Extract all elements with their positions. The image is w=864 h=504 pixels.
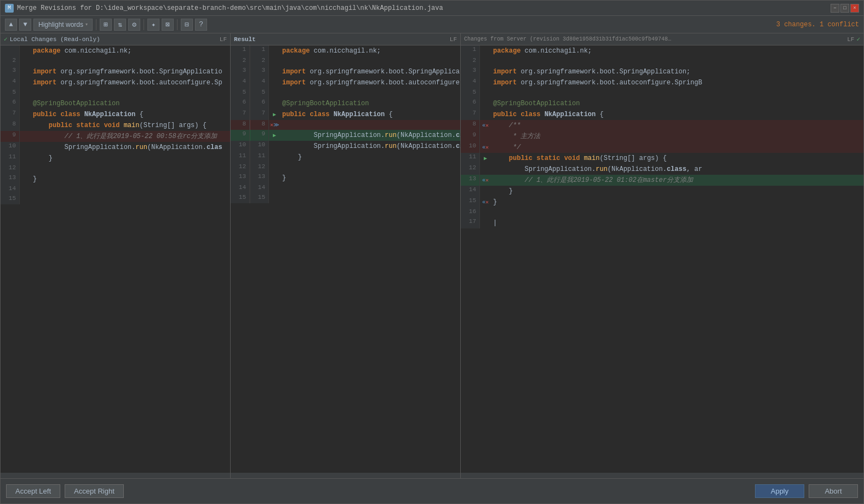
reject-green-icon[interactable]: ✕ <box>485 177 489 184</box>
abort-button[interactable]: Abort <box>809 484 858 498</box>
line-number: 11 <box>461 153 480 164</box>
prev-change-button[interactable]: ▲ <box>5 19 17 31</box>
left-line-12: 12 <box>1 164 230 174</box>
line-number: 8 <box>461 120 480 131</box>
reject-end-icon[interactable]: ✕ <box>485 199 489 205</box>
resolve-simple-button[interactable]: ⊠ <box>162 19 174 31</box>
line-gutter <box>20 174 31 185</box>
line-content <box>280 120 460 130</box>
line-number-right: 11 <box>250 152 269 163</box>
center-code-area[interactable]: 1 1 package com.nicchagil.nk; 2 2 3 3 im… <box>231 45 460 473</box>
line-number: 4 <box>461 77 480 88</box>
line-number: 10 <box>1 142 20 153</box>
maximize-button[interactable]: □ <box>840 4 849 13</box>
accept-left-arrow[interactable]: ▶ <box>273 111 276 118</box>
line-gutter <box>20 56 31 66</box>
accept-left-button[interactable]: Accept Left <box>6 484 60 498</box>
left-panel-header: ✓ Local Changes (Read-only) LF <box>1 33 230 45</box>
right-horizontal-scrollbar[interactable] <box>461 473 863 478</box>
line-content: } <box>31 174 230 185</box>
line-content: // 1、此行是我2019-05-22 01:02在master分支添加 <box>491 175 863 186</box>
right-panel-header: Changes from Server (revision 3d80e1958d… <box>461 33 863 45</box>
dropdown-arrow-icon: ▾ <box>85 22 88 27</box>
line-number-right: 14 <box>250 184 269 193</box>
line-number: 13 <box>231 173 250 184</box>
reject-right-icon[interactable]: ✕ <box>485 122 489 129</box>
line-content: package com.nicchagil.nk; <box>31 45 230 56</box>
line-number: 10 <box>461 142 480 153</box>
right-line-2: 2 <box>461 56 863 66</box>
line-number-right: 6 <box>250 98 269 109</box>
line-number: 5 <box>231 88 250 98</box>
help-button[interactable]: ? <box>195 19 207 31</box>
line-gutter <box>20 77 31 88</box>
line-content: import org.springframework.boot.SpringAp… <box>31 66 230 77</box>
line-gutter <box>269 193 280 203</box>
right-code-area[interactable]: 1 package com.nicchagil.nk; 2 3 import o… <box>461 45 863 473</box>
highlight-words-button[interactable]: Highlight words ▾ <box>33 19 93 31</box>
line-number <box>1 45 20 56</box>
right-line-9: 9 * 主方法 <box>461 131 863 142</box>
line-number: 6 <box>1 98 20 109</box>
line-number: 9 <box>461 131 480 142</box>
line-number: 5 <box>461 88 480 98</box>
line-content: * 主方法 <box>491 131 863 142</box>
accept-right-button[interactable]: Accept Right <box>65 484 124 498</box>
close-button[interactable]: × <box>850 4 859 13</box>
sync-scroll-button[interactable]: ⇅ <box>114 19 126 31</box>
line-content: public static void main(String[] args) { <box>491 153 863 164</box>
center-horizontal-scrollbar[interactable] <box>231 473 460 478</box>
line-number: 4 <box>1 77 20 88</box>
left-line-1: package com.nicchagil.nk; <box>1 45 230 56</box>
right-line-1: 1 package com.nicchagil.nk; <box>461 45 863 56</box>
line-number-right: 15 <box>250 193 269 203</box>
left-line-9: 9 // 1、此行是我2019-05-22 00:58在rc分支添加 <box>1 131 230 142</box>
line-number: 3 <box>1 66 20 77</box>
left-line-6: 6 @SpringBootApplication <box>1 98 230 109</box>
line-content: /** <box>491 120 863 131</box>
line-gutter: ▶ <box>269 130 280 141</box>
left-code-area[interactable]: package com.nicchagil.nk; 2 3 import org… <box>1 45 230 473</box>
toolbar: ▲ ▼ Highlight words ▾ ⊞ ⇅ ⚙ ✦ ⊠ ⊟ ? 3 ch… <box>1 16 863 33</box>
center-line-15: 15 15 <box>231 193 460 203</box>
title-bar: M Merge Revisions for D:\idea_workspace\… <box>1 1 863 16</box>
show-diff-button[interactable]: ⊞ <box>100 19 112 31</box>
line-content: package com.nicchagil.nk; <box>491 45 863 56</box>
line-number: 2 <box>461 56 480 66</box>
line-content: } <box>491 186 863 197</box>
center-line-12: 12 12 <box>231 163 460 173</box>
center-line-1: 1 1 package com.nicchagil.nk; <box>231 45 460 56</box>
settings-button[interactable]: ⚙ <box>128 19 140 31</box>
left-line-4: 4 import org.springframework.boot.autoco… <box>1 77 230 88</box>
center-line-7: 7 7 ▶ public class NkApplication { <box>231 109 460 120</box>
accept-both-icon[interactable]: ≫ <box>273 122 279 128</box>
line-content <box>31 56 230 66</box>
line-number: 3 <box>461 66 480 77</box>
right-panel-encoding: LF <box>847 36 854 43</box>
compare-button[interactable]: ⊟ <box>181 19 193 31</box>
apply-button[interactable]: Apply <box>755 484 804 498</box>
center-line-11: 11 11 } <box>231 152 460 163</box>
magic-wand-button[interactable]: ✦ <box>147 19 159 31</box>
reject-right-icon-2[interactable]: ✕ <box>485 144 489 151</box>
line-number: 9 <box>1 131 20 142</box>
line-number: 8 <box>1 120 20 131</box>
line-content <box>491 208 863 217</box>
left-line-5: 5 <box>1 88 230 98</box>
line-content <box>280 193 460 203</box>
center-line-5: 5 5 <box>231 88 460 98</box>
line-number: 10 <box>231 141 250 152</box>
changes-info: 3 changes. 1 conflict <box>776 21 859 28</box>
accept-change-arrow[interactable]: ▶ <box>273 132 276 139</box>
line-content <box>280 88 460 98</box>
center-line-2: 2 2 <box>231 56 460 66</box>
left-horizontal-scrollbar[interactable] <box>1 473 230 478</box>
minimize-button[interactable]: − <box>831 4 839 13</box>
line-number: 6 <box>231 98 250 109</box>
line-content <box>280 184 460 193</box>
right-arrow-icon[interactable]: ▶ <box>484 155 487 162</box>
next-change-button[interactable]: ▼ <box>19 19 31 31</box>
line-number: 1 <box>231 45 250 56</box>
line-content: package com.nicchagil.nk; <box>280 45 460 56</box>
line-content: SpringApplication.run(NkApplication.clas… <box>491 164 863 175</box>
